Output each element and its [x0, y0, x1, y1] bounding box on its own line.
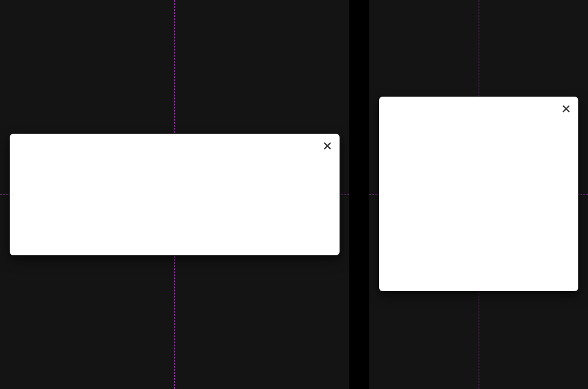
panel-gap: [349, 0, 369, 389]
modal-right: [379, 97, 578, 291]
close-button-right[interactable]: [561, 104, 571, 114]
close-icon: [324, 142, 331, 150]
preview-panel-right: [369, 0, 588, 389]
close-icon: [562, 105, 570, 112]
preview-panel-left: [0, 0, 349, 389]
close-button-left[interactable]: [323, 141, 332, 151]
modal-left: [10, 134, 340, 255]
